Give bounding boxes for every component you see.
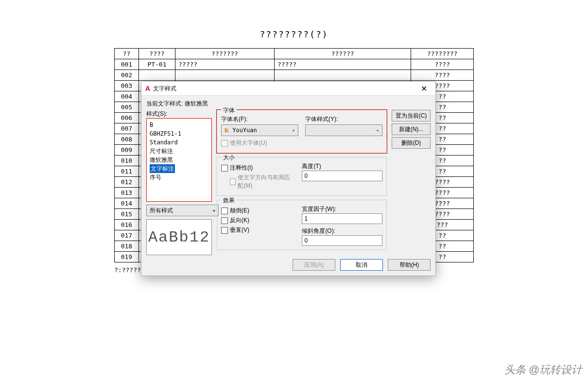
table-cell: 002 xyxy=(115,70,139,81)
style-filter-dropdown[interactable]: 所有样式 ▾ xyxy=(146,205,219,216)
effects-group-caption: 效果 xyxy=(221,196,237,205)
table-cell: ????? xyxy=(274,59,411,70)
close-icon[interactable]: ✕ xyxy=(415,84,432,93)
hdr-4: ???????? xyxy=(411,49,474,59)
backwards-checkbox[interactable] xyxy=(221,217,228,224)
effects-group: 效果 颠倒(E) 反向(K) xyxy=(217,200,387,250)
size-group-caption: 大小 xyxy=(221,154,237,162)
height-input[interactable]: 0 xyxy=(302,171,382,181)
styles-label: 样式(S): xyxy=(146,110,212,118)
chevron-down-icon: ▾ xyxy=(292,128,295,133)
table-cell: 017 xyxy=(115,230,139,241)
chevron-down-icon: ▾ xyxy=(213,208,215,213)
table-cell: 011 xyxy=(115,166,139,177)
width-factor-label: 宽度因子(W): xyxy=(302,206,336,212)
table-cell xyxy=(274,70,411,81)
backwards-label: 反向(K) xyxy=(230,216,249,225)
table-cell xyxy=(138,70,175,81)
table-cell: 001 xyxy=(115,59,139,70)
table-cell: 013 xyxy=(115,188,139,198)
vertical-label: 垂直(V) xyxy=(230,226,249,234)
vertical-checkbox[interactable] xyxy=(221,227,228,234)
oblique-value: 0 xyxy=(304,237,308,244)
font-name-value: YouYuan xyxy=(232,127,257,134)
font-name-label: 字体名(F): xyxy=(221,115,298,123)
style-list-item[interactable]: 尺寸标注 xyxy=(150,147,208,156)
width-factor-value: 1 xyxy=(304,215,308,222)
delete-button[interactable]: 删除(D) xyxy=(392,137,431,149)
table-cell: 008 xyxy=(115,134,139,145)
style-list-item[interactable]: 文字标注 xyxy=(150,164,208,173)
hdr-3: ?????? xyxy=(274,49,411,59)
height-label: 高度(T) xyxy=(302,163,321,170)
font-name-dropdown[interactable]: 𝐊 YouYuan ▾ xyxy=(221,124,298,136)
apply-button[interactable]: 应用(A) xyxy=(293,259,335,271)
table-row: 002???? xyxy=(115,70,474,81)
doc-title: ????????(?) xyxy=(68,29,520,39)
table-cell: PT-01 xyxy=(138,59,175,70)
close-button[interactable]: 取消 xyxy=(340,259,383,271)
current-style-value: 微软雅黑 xyxy=(185,100,208,107)
table-cell: 019 xyxy=(115,252,139,262)
table-cell: 005 xyxy=(115,102,139,113)
hdr-0: ?? xyxy=(115,49,139,59)
chevron-down-icon: ▾ xyxy=(376,128,379,133)
height-value: 0 xyxy=(304,173,308,179)
help-button[interactable]: 帮助(H) xyxy=(388,259,431,271)
font-group-caption: 字体 xyxy=(221,106,237,115)
new-button[interactable]: 新建(N)... xyxy=(392,123,431,135)
table-cell: 006 xyxy=(115,113,139,123)
table-cell: 018 xyxy=(115,241,139,252)
use-bigfont-label: 使用大字体(U) xyxy=(230,139,267,147)
oblique-input[interactable]: 0 xyxy=(302,235,382,246)
style-list-item[interactable]: Standard xyxy=(150,138,208,147)
table-cell: 014 xyxy=(115,198,139,209)
titlebar[interactable]: A 文字样式 ✕ xyxy=(141,82,435,96)
text-style-dialog: A 文字样式 ✕ 当前文字样式: 微软雅黑 样式(S): BGBHZFS1-1S… xyxy=(141,81,436,276)
table-cell xyxy=(175,70,275,81)
table-cell: 012 xyxy=(115,177,139,188)
size-group: 大小 注释性(I) 使文字方向与布局匹配(M) xyxy=(217,157,387,196)
upside-down-checkbox[interactable] xyxy=(221,208,228,214)
annotative-checkbox[interactable] xyxy=(221,165,228,172)
table-cell: 010 xyxy=(115,156,139,166)
style-list-item[interactable]: 序号 xyxy=(150,173,208,182)
match-orientation-label: 使文字方向与布局匹配(M) xyxy=(238,174,295,190)
table-row: 001PT-01?????????????? xyxy=(115,59,474,70)
hdr-2: ??????? xyxy=(175,49,275,59)
width-factor-input[interactable]: 1 xyxy=(302,213,382,224)
table-cell: 016 xyxy=(115,220,139,230)
preview-box: AaBb12 xyxy=(146,219,212,255)
font-style-label: 字体样式(Y): xyxy=(305,115,382,123)
oblique-label: 倾斜角度(O): xyxy=(302,227,382,235)
use-bigfont-checkbox xyxy=(221,140,228,147)
table-cell: 004 xyxy=(115,91,139,102)
table-cell: 009 xyxy=(115,145,139,156)
watermark: 头条 @玩转设计 xyxy=(504,363,582,377)
table-cell: 015 xyxy=(115,209,139,220)
annotative-label: 注释性(I) xyxy=(230,164,253,172)
style-filter-value: 所有样式 xyxy=(150,207,173,215)
upside-down-label: 颠倒(E) xyxy=(230,207,249,215)
style-list-item[interactable]: GBHZFS1-1 xyxy=(150,129,208,138)
style-list-item[interactable]: 微软雅黑 xyxy=(150,156,208,164)
table-cell: 003 xyxy=(115,81,139,91)
set-current-button[interactable]: 置为当前(C) xyxy=(392,110,431,122)
font-group: 字体 字体名(F): 𝐊 YouYuan ▾ 字体样式(Y): xyxy=(217,110,387,153)
style-listbox[interactable]: BGBHZFS1-1Standard尺寸标注微软雅黑文字标注序号 xyxy=(146,118,212,202)
hdr-1: ???? xyxy=(138,49,175,59)
app-icon: A xyxy=(145,85,150,92)
style-list-item[interactable]: B xyxy=(150,121,208,129)
match-orientation-checkbox xyxy=(230,178,236,185)
current-style-label: 当前文字样式: xyxy=(146,100,183,107)
font-style-dropdown[interactable]: ▾ xyxy=(305,124,382,136)
table-cell: ???? xyxy=(411,70,474,81)
table-cell: ????? xyxy=(175,59,275,70)
table-cell: ???? xyxy=(411,59,474,70)
dialog-title: 文字样式 xyxy=(153,85,176,93)
table-cell: 007 xyxy=(115,123,139,134)
